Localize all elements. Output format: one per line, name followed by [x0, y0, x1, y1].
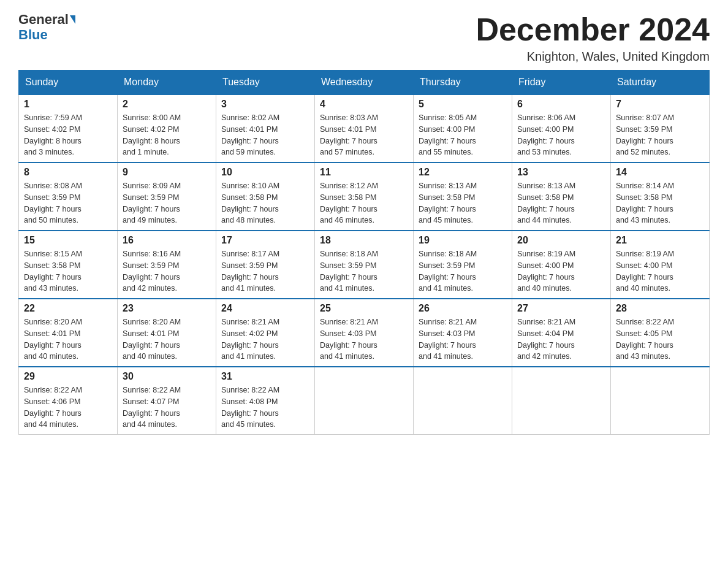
day-info: Sunrise: 8:19 AMSunset: 4:00 PMDaylight:…	[517, 248, 605, 294]
day-info: Sunrise: 8:22 AMSunset: 4:07 PMDaylight:…	[123, 385, 211, 431]
calendar-cell: 15 Sunrise: 8:15 AMSunset: 3:58 PMDaylig…	[19, 231, 118, 299]
calendar-cell: 13 Sunrise: 8:13 AMSunset: 3:58 PMDaylig…	[512, 163, 611, 231]
calendar-cell: 21 Sunrise: 8:19 AMSunset: 4:00 PMDaylig…	[611, 231, 710, 299]
week-row-2: 8 Sunrise: 8:08 AMSunset: 3:59 PMDayligh…	[19, 163, 710, 231]
day-info: Sunrise: 8:20 AMSunset: 4:01 PMDaylight:…	[24, 316, 112, 362]
day-number: 9	[123, 167, 211, 178]
calendar-cell: 3 Sunrise: 8:02 AMSunset: 4:01 PMDayligh…	[216, 94, 315, 163]
calendar-cell: 8 Sunrise: 8:08 AMSunset: 3:59 PMDayligh…	[19, 163, 118, 231]
calendar-cell: 22 Sunrise: 8:20 AMSunset: 4:01 PMDaylig…	[19, 299, 118, 367]
day-number: 3	[221, 99, 309, 110]
day-number: 25	[320, 303, 408, 314]
day-number: 6	[517, 99, 605, 110]
day-number: 27	[517, 303, 605, 314]
day-number: 14	[616, 167, 704, 178]
day-number: 26	[419, 303, 507, 314]
logo-triangle-icon	[70, 15, 75, 24]
calendar-cell: 26 Sunrise: 8:21 AMSunset: 4:03 PMDaylig…	[414, 299, 512, 367]
week-row-5: 29 Sunrise: 8:22 AMSunset: 4:06 PMDaylig…	[19, 367, 710, 435]
calendar-cell: 6 Sunrise: 8:06 AMSunset: 4:00 PMDayligh…	[512, 94, 611, 163]
day-info: Sunrise: 8:14 AMSunset: 3:58 PMDaylight:…	[616, 180, 704, 226]
calendar-cell: 12 Sunrise: 8:13 AMSunset: 3:58 PMDaylig…	[414, 163, 512, 231]
calendar-cell: 20 Sunrise: 8:19 AMSunset: 4:00 PMDaylig…	[512, 231, 611, 299]
header-saturday: Saturday	[611, 71, 710, 95]
calendar-cell: 11 Sunrise: 8:12 AMSunset: 3:58 PMDaylig…	[315, 163, 414, 231]
day-number: 16	[123, 235, 211, 246]
calendar-cell: 31 Sunrise: 8:22 AMSunset: 4:08 PMDaylig…	[216, 367, 315, 435]
calendar-cell	[512, 367, 611, 435]
header-monday: Monday	[118, 71, 216, 95]
day-number: 2	[123, 99, 211, 110]
header-sunday: Sunday	[19, 71, 118, 95]
calendar-header-row: SundayMondayTuesdayWednesdayThursdayFrid…	[19, 71, 710, 95]
day-info: Sunrise: 8:22 AMSunset: 4:06 PMDaylight:…	[24, 385, 112, 431]
calendar-cell: 2 Sunrise: 8:00 AMSunset: 4:02 PMDayligh…	[118, 94, 216, 163]
day-info: Sunrise: 8:21 AMSunset: 4:04 PMDaylight:…	[517, 316, 605, 362]
page-header: General Blue December 2024 Knighton, Wal…	[18, 12, 710, 64]
logo-general: General	[18, 12, 69, 27]
day-number: 18	[320, 235, 408, 246]
day-info: Sunrise: 8:08 AMSunset: 3:59 PMDaylight:…	[24, 180, 112, 226]
calendar-table: SundayMondayTuesdayWednesdayThursdayFrid…	[18, 70, 710, 435]
calendar-cell	[414, 367, 512, 435]
header-thursday: Thursday	[414, 71, 512, 95]
location: Knighton, Wales, United Kingdom	[476, 50, 710, 64]
day-number: 8	[24, 167, 112, 178]
calendar-cell: 10 Sunrise: 8:10 AMSunset: 3:58 PMDaylig…	[216, 163, 315, 231]
day-info: Sunrise: 8:13 AMSunset: 3:58 PMDaylight:…	[419, 180, 507, 226]
day-info: Sunrise: 8:03 AMSunset: 4:01 PMDaylight:…	[320, 112, 408, 158]
day-number: 20	[517, 235, 605, 246]
calendar-cell: 17 Sunrise: 8:17 AMSunset: 3:59 PMDaylig…	[216, 231, 315, 299]
day-number: 17	[221, 235, 309, 246]
calendar-cell: 9 Sunrise: 8:09 AMSunset: 3:59 PMDayligh…	[118, 163, 216, 231]
calendar-cell: 5 Sunrise: 8:05 AMSunset: 4:00 PMDayligh…	[414, 94, 512, 163]
calendar-cell: 14 Sunrise: 8:14 AMSunset: 3:58 PMDaylig…	[611, 163, 710, 231]
day-info: Sunrise: 8:21 AMSunset: 4:03 PMDaylight:…	[419, 316, 507, 362]
day-info: Sunrise: 8:13 AMSunset: 3:58 PMDaylight:…	[517, 180, 605, 226]
calendar-cell: 16 Sunrise: 8:16 AMSunset: 3:59 PMDaylig…	[118, 231, 216, 299]
day-info: Sunrise: 8:10 AMSunset: 3:58 PMDaylight:…	[221, 180, 309, 226]
calendar-cell: 24 Sunrise: 8:21 AMSunset: 4:02 PMDaylig…	[216, 299, 315, 367]
day-number: 24	[221, 303, 309, 314]
header-friday: Friday	[512, 71, 611, 95]
day-info: Sunrise: 8:17 AMSunset: 3:59 PMDaylight:…	[221, 248, 309, 294]
month-title: December 2024	[476, 12, 710, 47]
header-tuesday: Tuesday	[216, 71, 315, 95]
day-number: 21	[616, 235, 704, 246]
logo: General Blue	[18, 12, 75, 43]
day-number: 28	[616, 303, 704, 314]
calendar-cell: 1 Sunrise: 7:59 AMSunset: 4:02 PMDayligh…	[19, 94, 118, 163]
day-info: Sunrise: 8:09 AMSunset: 3:59 PMDaylight:…	[123, 180, 211, 226]
day-number: 15	[24, 235, 112, 246]
day-info: Sunrise: 8:15 AMSunset: 3:58 PMDaylight:…	[24, 248, 112, 294]
day-number: 29	[24, 371, 112, 382]
calendar-cell: 25 Sunrise: 8:21 AMSunset: 4:03 PMDaylig…	[315, 299, 414, 367]
week-row-4: 22 Sunrise: 8:20 AMSunset: 4:01 PMDaylig…	[19, 299, 710, 367]
calendar-cell	[315, 367, 414, 435]
week-row-1: 1 Sunrise: 7:59 AMSunset: 4:02 PMDayligh…	[19, 94, 710, 163]
logo-blue: Blue	[18, 27, 48, 43]
title-block: December 2024 Knighton, Wales, United Ki…	[476, 12, 710, 64]
day-info: Sunrise: 8:18 AMSunset: 3:59 PMDaylight:…	[419, 248, 507, 294]
calendar-cell: 27 Sunrise: 8:21 AMSunset: 4:04 PMDaylig…	[512, 299, 611, 367]
week-row-3: 15 Sunrise: 8:15 AMSunset: 3:58 PMDaylig…	[19, 231, 710, 299]
day-number: 31	[221, 371, 309, 382]
calendar-cell: 29 Sunrise: 8:22 AMSunset: 4:06 PMDaylig…	[19, 367, 118, 435]
day-number: 23	[123, 303, 211, 314]
calendar-cell: 4 Sunrise: 8:03 AMSunset: 4:01 PMDayligh…	[315, 94, 414, 163]
calendar-cell: 30 Sunrise: 8:22 AMSunset: 4:07 PMDaylig…	[118, 367, 216, 435]
day-number: 1	[24, 99, 112, 110]
day-number: 7	[616, 99, 704, 110]
calendar-cell	[611, 367, 710, 435]
day-info: Sunrise: 8:21 AMSunset: 4:03 PMDaylight:…	[320, 316, 408, 362]
day-info: Sunrise: 8:16 AMSunset: 3:59 PMDaylight:…	[123, 248, 211, 294]
day-number: 30	[123, 371, 211, 382]
day-info: Sunrise: 8:20 AMSunset: 4:01 PMDaylight:…	[123, 316, 211, 362]
day-number: 13	[517, 167, 605, 178]
day-info: Sunrise: 8:02 AMSunset: 4:01 PMDaylight:…	[221, 112, 309, 158]
day-info: Sunrise: 8:22 AMSunset: 4:05 PMDaylight:…	[616, 316, 704, 362]
day-info: Sunrise: 8:12 AMSunset: 3:58 PMDaylight:…	[320, 180, 408, 226]
day-info: Sunrise: 8:22 AMSunset: 4:08 PMDaylight:…	[221, 385, 309, 431]
day-info: Sunrise: 8:05 AMSunset: 4:00 PMDaylight:…	[419, 112, 507, 158]
day-info: Sunrise: 8:21 AMSunset: 4:02 PMDaylight:…	[221, 316, 309, 362]
